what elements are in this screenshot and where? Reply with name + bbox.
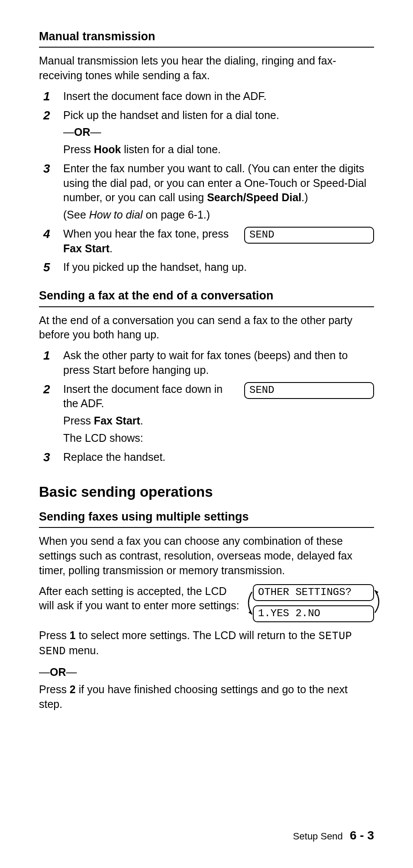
step-number: 3 [39,450,63,465]
step-line: If you picked up the handset, hang up. [63,260,374,275]
heading-multiple-settings: Sending faxes using multiple settings [39,509,374,528]
steps-manual-transmission: 1Insert the document face down in the AD… [39,89,374,277]
footer-section-label: Setup Send [293,831,343,842]
step-body: When you hear the fax tone, press Fax St… [63,227,374,259]
step-number: 5 [39,260,63,275]
step-number: 3 [39,161,63,176]
lcd-yes-no: 1.YES 2.NO [253,605,374,622]
footer-page-number: 6 - 3 [350,829,374,842]
step-number: 2 [39,108,63,123]
step-number: 1 [39,89,63,104]
step-line: Pick up the handset and listen for a dia… [63,108,374,123]
step-item: 4When you hear the fax tone, press Fax S… [39,227,374,259]
step-number: 4 [39,227,63,241]
lcd-display: SEND [244,382,374,399]
step-item: 2Pick up the handset and listen for a di… [39,108,374,160]
or-separator: —OR— [63,125,374,140]
step-item: 2Insert the document face down in the AD… [39,382,374,448]
step-body: Insert the document face down in the ADF… [63,382,374,448]
step-line: Enter the fax number you want to call. (… [63,161,374,205]
intro-multiple-settings: When you send a fax you can choose any c… [39,534,374,578]
step-number: 2 [39,382,63,397]
step-line: (See How to dial on page 6-1.) [63,208,374,222]
step-line: Replace the handset. [63,450,374,465]
intro-manual-transmission: Manual transmission lets you hear the di… [39,54,374,83]
step-body: Replace the handset. [63,450,374,467]
heading-end-of-conversation: Sending a fax at the end of a conversati… [39,288,374,307]
lcd-display: SEND [244,227,374,244]
step-item: 5If you picked up the handset, hang up. [39,260,374,277]
step-line: Insert the document face down in the ADF… [63,382,236,411]
step-body: Pick up the handset and listen for a dia… [63,108,374,160]
press-2-text: Press 2 if you have finished choosing se… [39,682,374,712]
step-body: Enter the fax number you want to call. (… [63,161,374,225]
step-body: Ask the other party to wait for fax tone… [63,348,374,380]
heading-manual-transmission: Manual transmission [39,29,374,48]
after-settings-text: After each setting is accepted, the LCD … [39,584,244,614]
step-item: 1Ask the other party to wait for fax ton… [39,348,374,380]
page-footer: Setup Send 6 - 3 [293,827,374,844]
lcd-other-settings: OTHER SETTINGS? [253,584,374,601]
steps-end-of-conversation: 1Ask the other party to wait for fax ton… [39,348,374,467]
loop-arrow-right-icon [372,587,384,617]
step-line: The LCD shows: [63,431,236,446]
step-item: 1Insert the document face down in the AD… [39,89,374,106]
step-body: Insert the document face down in the ADF… [63,89,374,106]
step-line: Ask the other party to wait for fax tone… [63,348,374,378]
step-number: 1 [39,348,63,363]
lcd-stack: OTHER SETTINGS? 1.YES 2.NO [253,584,374,622]
intro-end-of-conversation: At the end of a conversation you can sen… [39,313,374,343]
step-item: 3Enter the fax number you want to call. … [39,161,374,225]
or-separator: —OR— [39,665,374,680]
step-item: 3Replace the handset. [39,450,374,467]
step-line: When you hear the fax tone, press Fax St… [63,227,236,256]
press-1-text: Press 1 to select more settings. The LCD… [39,628,374,659]
step-body: If you picked up the handset, hang up. [63,260,374,277]
heading-basic-sending-operations: Basic sending operations [39,482,374,502]
step-line: Press Fax Start. [63,414,236,428]
step-line: Insert the document face down in the ADF… [63,89,374,104]
step-line: Press Hook listen for a dial tone. [63,142,374,157]
after-settings-row: After each setting is accepted, the LCD … [39,584,374,622]
